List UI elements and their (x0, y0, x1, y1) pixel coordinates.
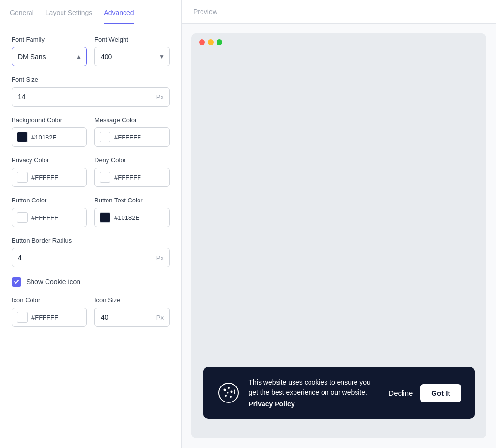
font-weight-group: Font Weight 400 ▼ (94, 36, 170, 66)
font-family-select-wrapper: DM Sans ▲ (12, 47, 87, 66)
message-color-swatch (100, 132, 110, 142)
tab-layout-settings[interactable]: Layout Settings (46, 0, 93, 24)
icon-color-size-row: Icon Color #FFFFFF Icon Size Px (12, 296, 170, 327)
icon-size-group: Icon Size Px (94, 296, 170, 327)
button-text-color-input[interactable]: #10182E (94, 208, 170, 227)
bg-color-group: Background Color #10182F (12, 116, 87, 147)
icon-color-hex: #FFFFFF (31, 314, 58, 321)
message-color-group: Message Color #FFFFFF (94, 116, 170, 147)
font-size-input[interactable] (12, 87, 170, 107)
icon-color-label: Icon Color (12, 296, 87, 304)
browser-dot-red (199, 39, 205, 45)
show-cookie-icon-label: Show Cookie icon (26, 278, 80, 286)
icon-size-input[interactable] (94, 308, 170, 327)
bg-color-input[interactable]: #10182F (12, 127, 87, 147)
show-cookie-icon-row: Show Cookie icon (12, 277, 170, 287)
got-it-button[interactable]: Got It (420, 384, 461, 402)
svg-point-1 (223, 389, 226, 391)
form-content: Font Family DM Sans ▲ Font Weight 400 ▼ (0, 24, 181, 448)
icon-size-label: Icon Size (94, 296, 170, 304)
button-text-color-hex: #10182E (114, 214, 140, 221)
preview-label: Preview (193, 8, 217, 15)
privacy-deny-color-row: Privacy Color #FFFFFF Deny Color #FFFFFF (12, 156, 170, 187)
preview-header: Preview (182, 0, 496, 24)
cookie-text: This website uses cookies to ensure you … (249, 377, 380, 408)
cookie-message: This website uses cookies to ensure you … (249, 377, 380, 398)
privacy-color-label: Privacy Color (12, 156, 87, 164)
font-family-label: Font Family (12, 36, 87, 43)
message-color-label: Message Color (94, 116, 170, 124)
right-panel: Preview (182, 0, 496, 448)
svg-point-6 (227, 392, 228, 394)
checkmark-icon (14, 279, 19, 285)
svg-point-2 (228, 387, 230, 389)
cookie-icon (217, 381, 240, 404)
button-text-color-swatch (100, 212, 110, 223)
icon-color-group: Icon Color #FFFFFF (12, 296, 87, 327)
left-panel: General Layout Settings Advanced Font Fa… (0, 0, 182, 448)
font-size-input-wrapper: Px (12, 87, 170, 107)
tabs-bar: General Layout Settings Advanced (0, 0, 181, 24)
browser-dot-yellow (208, 39, 214, 45)
font-family-select[interactable]: DM Sans (12, 47, 87, 66)
deny-color-label: Deny Color (94, 156, 170, 164)
button-color-hex: #FFFFFF (31, 214, 58, 221)
tab-advanced[interactable]: Advanced (104, 0, 134, 24)
privacy-color-input[interactable]: #FFFFFF (12, 168, 87, 187)
font-family-group: Font Family DM Sans ▲ (12, 36, 87, 66)
icon-color-swatch (17, 312, 28, 323)
message-color-hex: #FFFFFF (114, 134, 141, 141)
tab-general[interactable]: General (10, 0, 34, 24)
button-text-color-label: Button Text Color (94, 197, 170, 204)
icon-size-input-wrapper: Px (94, 308, 170, 327)
preview-area: This website uses cookies to ensure you … (182, 24, 496, 448)
font-weight-select-wrapper: 400 ▼ (94, 47, 170, 66)
button-border-radius-input[interactable] (12, 248, 170, 267)
svg-point-0 (219, 383, 238, 402)
deny-color-hex: #FFFFFF (114, 174, 141, 181)
browser-dot-green (217, 39, 222, 45)
button-border-radius-input-wrapper: Px (12, 248, 170, 267)
button-color-group: Button Color #FFFFFF (12, 197, 87, 227)
font-size-group: Font Size Px (12, 76, 170, 107)
cookie-privacy-policy-link[interactable]: Privacy Policy (249, 400, 295, 408)
button-color-input[interactable]: #FFFFFF (12, 208, 87, 227)
bg-color-hex: #10182F (31, 134, 56, 141)
show-cookie-icon-checkbox[interactable] (12, 277, 21, 287)
icon-color-input[interactable]: #FFFFFF (12, 308, 87, 327)
font-row: Font Family DM Sans ▲ Font Weight 400 ▼ (12, 36, 170, 66)
svg-point-5 (230, 396, 232, 398)
deny-color-swatch (100, 172, 110, 183)
privacy-color-hex: #FFFFFF (31, 174, 58, 181)
deny-color-input[interactable]: #FFFFFF (94, 168, 170, 187)
privacy-color-swatch (17, 172, 28, 183)
browser-mock: This website uses cookies to ensure you … (191, 33, 486, 438)
decline-button[interactable]: Decline (388, 389, 413, 397)
cookie-actions: Decline Got It (388, 384, 461, 402)
message-color-input[interactable]: #FFFFFF (94, 127, 170, 147)
privacy-color-group: Privacy Color #FFFFFF (12, 156, 87, 187)
button-border-radius-label: Button Border Radius (12, 237, 170, 244)
cookie-banner: This website uses cookies to ensure you … (203, 367, 475, 419)
deny-color-group: Deny Color #FFFFFF (94, 156, 170, 187)
bg-message-color-row: Background Color #10182F Message Color #… (12, 116, 170, 147)
button-colors-row: Button Color #FFFFFF Button Text Color #… (12, 197, 170, 227)
button-color-swatch (17, 212, 28, 223)
browser-content: This website uses cookies to ensure you … (191, 51, 486, 438)
browser-bar (191, 33, 486, 51)
font-weight-select[interactable]: 400 (94, 47, 170, 66)
bg-color-label: Background Color (12, 116, 87, 124)
font-size-label: Font Size (12, 76, 170, 83)
bg-color-swatch (17, 132, 28, 142)
svg-point-3 (230, 391, 232, 393)
button-border-radius-group: Button Border Radius Px (12, 237, 170, 267)
font-weight-label: Font Weight (94, 36, 170, 43)
svg-point-4 (225, 395, 227, 397)
button-text-color-group: Button Text Color #10182E (94, 197, 170, 227)
button-color-label: Button Color (12, 197, 87, 204)
